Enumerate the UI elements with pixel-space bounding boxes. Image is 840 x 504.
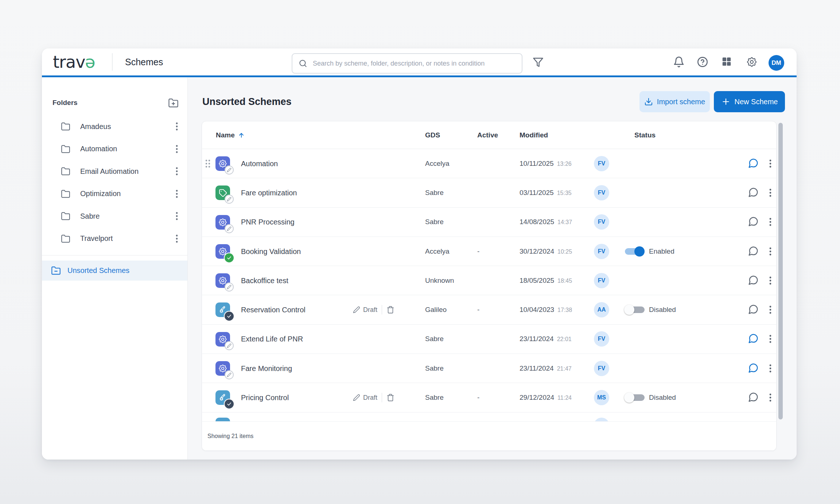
owner-avatar: MS (594, 390, 609, 405)
schemes-table: Name GDS Active Modified Status Automati… (202, 121, 777, 451)
folder-menu-icon[interactable] (172, 166, 181, 176)
column-header-active[interactable]: Active (477, 121, 498, 149)
modified-cell: 30/12/202410:25 (520, 247, 572, 255)
search-input[interactable]: Search by scheme, folder, description, o… (292, 53, 522, 74)
filter-icon[interactable] (533, 57, 544, 69)
gds-value: Sabre (425, 335, 444, 343)
table-row-partial[interactable] (202, 413, 776, 421)
modified-cell: 23/11/202421:47 (520, 364, 572, 372)
main-content: Unsorted Schemes Import scheme New Schem… (188, 78, 797, 460)
draft-pencil-badge (225, 165, 234, 175)
apps-grid-icon[interactable] (721, 56, 733, 68)
folder-menu-icon[interactable] (172, 144, 181, 154)
user-avatar[interactable]: DM (769, 55, 784, 71)
comment-icon[interactable] (748, 333, 759, 345)
draft-chip: Draft (353, 393, 394, 402)
row-menu-icon[interactable] (766, 246, 775, 257)
comment-icon[interactable] (748, 304, 759, 316)
table-row[interactable]: Backoffice testUnknown18/05/202518:45FV (202, 266, 776, 295)
logo-text: trav (53, 52, 85, 72)
sort-ascending-icon (238, 132, 245, 139)
folder-label: Optimization (80, 190, 121, 198)
sidebar-folder-item[interactable]: Automation (42, 139, 187, 159)
table-row[interactable]: Reservation ControlDraftGalileo-10/04/20… (202, 295, 776, 324)
settings-gear-icon[interactable] (746, 56, 758, 68)
comment-icon[interactable] (748, 216, 759, 228)
search-icon (298, 59, 308, 68)
add-folder-icon[interactable] (168, 98, 179, 108)
modified-cell: 23/11/202422:01 (520, 335, 572, 343)
new-scheme-label: New Scheme (735, 98, 778, 106)
row-menu-icon[interactable] (766, 304, 775, 315)
row-menu-icon[interactable] (766, 363, 775, 374)
folder-menu-icon[interactable] (172, 211, 181, 221)
sidebar-item-unsorted-schemes[interactable]: Unsorted Schemes (42, 261, 187, 281)
edit-pencil-icon (353, 306, 360, 313)
table-rows: AutomationAccelya10/11/202513:26FVFare o… (202, 149, 776, 421)
folder-menu-icon[interactable] (172, 121, 181, 132)
folder-label: Automation (80, 145, 117, 153)
row-menu-icon[interactable] (766, 216, 775, 227)
comment-icon[interactable] (748, 275, 759, 286)
table-row[interactable]: PNR ProcessingSabre14/08/202514:37FV (202, 208, 776, 237)
table-row[interactable]: Extend Life of PNRSabre23/11/202422:01FV (202, 325, 776, 354)
trash-icon[interactable] (386, 306, 394, 314)
sidebar-folder-item[interactable]: Travelport (42, 228, 187, 249)
brand-logo[interactable]: travə (53, 48, 95, 75)
draft-pencil-badge (225, 195, 234, 204)
comment-icon[interactable] (748, 246, 759, 257)
folder-menu-icon[interactable] (172, 189, 181, 199)
comment-icon[interactable] (748, 158, 759, 169)
folder-icon (61, 234, 70, 243)
status-toggle[interactable] (625, 306, 645, 313)
status-label: Disabled (649, 306, 676, 314)
notifications-bell-icon[interactable] (673, 56, 685, 68)
column-header-name[interactable]: Name (216, 121, 245, 149)
help-icon[interactable] (697, 56, 708, 68)
sidebar: Folders AmadeusAutomationEmail Autiomati… (42, 78, 188, 460)
sidebar-folder-item[interactable]: Email Autiomation (42, 161, 187, 181)
table-row[interactable]: Booking ValidationAccelya-30/12/202410:2… (202, 237, 776, 266)
gds-value: Sabre (425, 364, 444, 372)
folder-menu-icon[interactable] (172, 234, 181, 244)
owner-avatar: FV (594, 273, 609, 288)
row-menu-icon[interactable] (766, 333, 775, 344)
import-scheme-button[interactable]: Import scheme (639, 91, 710, 112)
edit-pencil-icon (353, 394, 360, 401)
table-row[interactable]: Fare optimizationSabre03/11/202515:35FV (202, 178, 776, 207)
row-menu-icon[interactable] (766, 158, 775, 169)
table-row[interactable]: AutomationAccelya10/11/202513:26FV (202, 149, 776, 178)
comment-icon[interactable] (748, 187, 759, 199)
column-header-gds[interactable]: GDS (425, 121, 440, 149)
folder-label: Email Autiomation (80, 167, 139, 176)
draft-pencil-badge (225, 282, 234, 292)
status-label: Disabled (649, 394, 676, 402)
gear-icon (215, 156, 230, 171)
new-scheme-button[interactable]: New Scheme (714, 91, 785, 112)
page-title: Schemes (125, 48, 163, 75)
sidebar-divider (42, 255, 187, 255)
chip-divider (382, 393, 382, 402)
sidebar-folder-item[interactable]: Sabre (42, 206, 187, 226)
comment-icon[interactable] (748, 392, 759, 403)
owner-avatar: AA (594, 302, 609, 317)
trash-icon[interactable] (386, 394, 394, 402)
row-menu-icon[interactable] (766, 392, 775, 403)
folder-icon (61, 144, 70, 154)
sidebar-folder-item[interactable]: Amadeus (42, 116, 187, 137)
column-header-modified[interactable]: Modified (520, 121, 548, 149)
comment-icon[interactable] (748, 363, 759, 374)
drag-handle-icon[interactable] (205, 159, 211, 168)
status-toggle[interactable] (625, 394, 645, 401)
scheme-name: Fare optimization (241, 188, 297, 197)
column-header-status[interactable]: Status (634, 121, 656, 149)
table-row[interactable]: Pricing ControlDraftSabre-29/12/202411:2… (202, 383, 776, 412)
sidebar-folder-item[interactable]: Optimization (42, 184, 187, 204)
folder-minus-icon (51, 266, 61, 276)
table-row[interactable]: Fare MonitoringSabre23/11/202421:47FV (202, 354, 776, 383)
row-menu-icon[interactable] (766, 275, 775, 286)
status-toggle[interactable] (625, 248, 645, 255)
row-menu-icon[interactable] (766, 187, 775, 198)
modified-cell: 10/04/202317:38 (520, 306, 572, 314)
table-scrollbar[interactable] (778, 123, 783, 419)
